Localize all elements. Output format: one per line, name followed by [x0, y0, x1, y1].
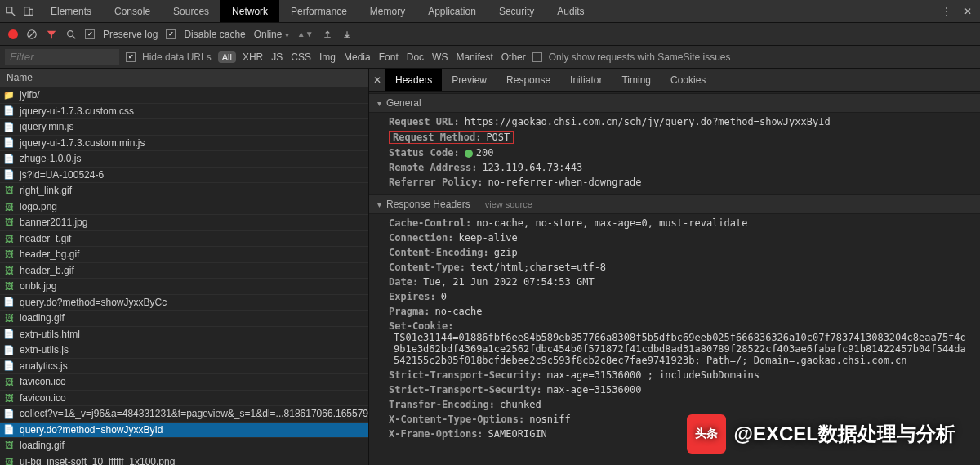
download-icon[interactable] [341, 29, 353, 40]
request-row[interactable]: 📄zhuge-1.0.0.js [0, 151, 368, 168]
upload-icon[interactable] [322, 29, 333, 40]
search-icon[interactable] [65, 29, 77, 40]
svg-line-4 [29, 31, 35, 37]
detail-tab-initiator[interactable]: Initiator [560, 69, 612, 91]
request-name: query.do?method=showJyxxById [20, 424, 163, 436]
request-name: jquery-ui-1.7.3.custom.css [20, 105, 134, 117]
filter-type-ws[interactable]: WS [432, 51, 448, 63]
panel-tab-application[interactable]: Application [416, 0, 488, 22]
request-name: js?id=UA-100524-6 [20, 169, 104, 181]
request-row[interactable]: 📁jylfb/ [0, 87, 368, 104]
header-value: https://gaokao.chsi.com.cn/sch/jy/query.… [465, 116, 831, 127]
disable-cache-checkbox[interactable] [166, 29, 176, 39]
inspect-icon[interactable] [5, 6, 16, 17]
device-toggle-icon[interactable] [23, 6, 34, 17]
panel-tab-performance[interactable]: Performance [279, 0, 359, 22]
filter-input[interactable] [5, 49, 119, 65]
detail-tab-response[interactable]: Response [497, 69, 560, 91]
filter-icon[interactable] [46, 29, 57, 40]
request-row[interactable]: 🖼loading.gif [0, 438, 368, 454]
hide-data-urls-checkbox[interactable] [126, 52, 136, 62]
panel-tab-sources[interactable]: Sources [162, 0, 220, 22]
request-row[interactable]: 📄query.do?method=showJyxxByCc [0, 295, 368, 311]
header-row: Remote Address:123.119.64.73:443 [369, 160, 980, 175]
preserve-log-checkbox[interactable] [85, 29, 95, 39]
online-select[interactable]: Online ▾ [254, 29, 289, 40]
request-row[interactable]: 🖼banner2011.jpg [0, 215, 368, 231]
devtools-tabbar: ElementsConsoleSourcesNetworkPerformance… [0, 0, 980, 23]
filter-all-pill[interactable]: All [218, 51, 236, 63]
request-row[interactable]: 📄extn-utils.html [0, 327, 368, 343]
header-key: Date: [389, 276, 418, 288]
file-type-icon: 📄 [3, 153, 15, 164]
close-detail-icon[interactable]: ✕ [369, 74, 385, 86]
header-key: Request Method: [393, 132, 481, 143]
panel-tab-memory[interactable]: Memory [359, 0, 416, 22]
header-row: Strict-Transport-Security:max-age=315360… [369, 382, 980, 397]
filter-type-css[interactable]: CSS [291, 51, 311, 63]
request-row[interactable]: 📄query.do?method=showJyxxById [0, 423, 368, 439]
request-name: jquery-ui-1.7.3.custom.min.js [20, 137, 145, 149]
request-row[interactable]: 📄analytics.js [0, 359, 368, 375]
detail-tab-headers[interactable]: Headers [385, 69, 442, 91]
file-type-icon: 🖼 [3, 233, 15, 244]
detail-tab-preview[interactable]: Preview [442, 69, 497, 91]
filter-type-img[interactable]: Img [319, 51, 336, 63]
request-row[interactable]: 🖼ui-bg_inset-soft_10_ffffff_1x100.png [0, 454, 368, 466]
response-headers-header[interactable]: Response Headersview source [369, 194, 980, 214]
filter-type-js[interactable]: JS [271, 51, 283, 63]
record-icon[interactable] [8, 29, 18, 39]
request-row[interactable]: 🖼right_link.gif [0, 183, 368, 199]
request-row[interactable]: 📄collect?v=1&_v=j96&a=484331231&t=pagevi… [0, 406, 368, 423]
header-row: Request Method:POST [369, 129, 980, 145]
request-list[interactable]: 📁jylfb/📄jquery-ui-1.7.3.custom.css📄jquer… [0, 87, 368, 465]
throttle-arrows-icon[interactable]: ▲▼ [297, 29, 314, 38]
file-type-icon: 🖼 [3, 185, 15, 196]
request-row[interactable]: 🖼onbk.jpg [0, 279, 368, 295]
request-row[interactable]: 🖼logo.png [0, 199, 368, 216]
header-value: 0 [441, 291, 447, 302]
request-row[interactable]: 📄js?id=UA-100524-6 [0, 168, 368, 184]
panel-tab-elements[interactable]: Elements [39, 0, 103, 22]
detail-tab-timing[interactable]: Timing [612, 69, 661, 91]
filter-type-manifest[interactable]: Manifest [456, 51, 492, 63]
request-row[interactable]: 📄jquery-ui-1.7.3.custom.min.js [0, 136, 368, 152]
panel-tab-audits[interactable]: Audits [546, 0, 595, 22]
view-source-link[interactable]: view source [485, 199, 532, 209]
request-row[interactable]: 🖼header_b.gif [0, 263, 368, 279]
request-name: ui-bg_inset-soft_10_ffffff_1x100.png [20, 456, 175, 465]
detail-tab-cookies[interactable]: Cookies [661, 69, 715, 91]
general-header[interactable]: General [369, 93, 980, 113]
panel-tab-network[interactable]: Network [220, 0, 279, 22]
request-name: zhuge-1.0.0.js [20, 153, 81, 164]
request-row[interactable]: 📄jquery-ui-1.7.3.custom.css [0, 104, 368, 120]
filter-type-font[interactable]: Font [379, 51, 399, 63]
request-row[interactable]: 🖼favicon.ico [0, 374, 368, 391]
filter-type-xhr[interactable]: XHR [243, 51, 263, 63]
filter-type-doc[interactable]: Doc [407, 51, 424, 63]
request-row[interactable]: 🖼header_bg.gif [0, 247, 368, 263]
clear-icon[interactable] [26, 29, 38, 40]
filter-type-media[interactable]: Media [344, 51, 371, 63]
general-section: General Request URL:https://gaokao.chsi.… [369, 92, 980, 193]
header-key: Content-Type: [389, 262, 466, 273]
panel-tab-security[interactable]: Security [488, 0, 546, 22]
request-row[interactable]: 🖼header_t.gif [0, 231, 368, 248]
status-dot-icon [465, 150, 473, 158]
panel-tab-console[interactable]: Console [103, 0, 162, 22]
svg-rect-2 [29, 9, 33, 15]
request-row[interactable]: 🖼favicon.ico [0, 391, 368, 407]
name-column-header[interactable]: Name [0, 69, 368, 87]
filter-type-other[interactable]: Other [501, 51, 526, 63]
header-row: Cache-Control:no-cache, no-store, max-ag… [369, 216, 980, 230]
samesite-label: Only show requests with SameSite issues [549, 51, 731, 63]
file-type-icon: 📄 [3, 137, 15, 149]
header-key: Expires: [389, 291, 436, 302]
request-row[interactable]: 🖼loading.gif [0, 311, 368, 327]
kebab-menu-icon[interactable]: ⋮ [941, 6, 952, 17]
close-icon[interactable]: ✕ [962, 6, 973, 17]
request-name: logo.png [20, 201, 57, 212]
request-row[interactable]: 📄jquery.min.js [0, 119, 368, 136]
samesite-checkbox[interactable] [532, 52, 542, 62]
request-row[interactable]: 📄extn-utils.js [0, 342, 368, 359]
